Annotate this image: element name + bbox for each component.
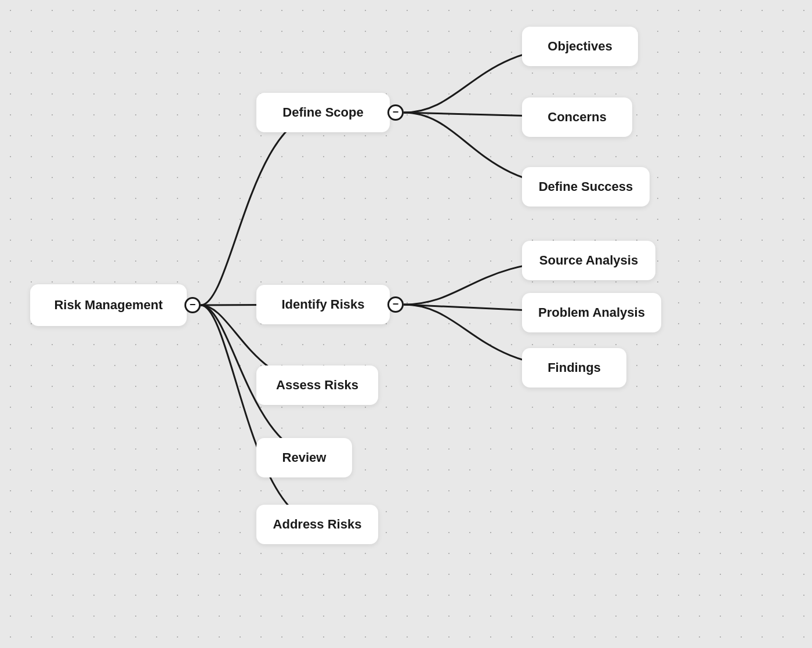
problem-analysis-node[interactable]: Problem Analysis xyxy=(522,293,661,332)
findings-label: Findings xyxy=(537,360,611,375)
define-success-label: Define Success xyxy=(528,179,644,194)
source-analysis-node[interactable]: Source Analysis xyxy=(522,241,655,280)
define-success-node[interactable]: Define Success xyxy=(522,167,650,207)
define-scope-label: Define Scope xyxy=(272,105,374,120)
objectives-label: Objectives xyxy=(537,39,622,54)
identify-risks-connector[interactable] xyxy=(387,296,404,313)
mind-map-canvas: Risk Management Define Scope Identify Ri… xyxy=(0,0,812,648)
review-label: Review xyxy=(272,450,337,465)
define-scope-connector[interactable] xyxy=(387,104,404,121)
identify-risks-node[interactable]: Identify Risks xyxy=(256,285,390,324)
risk-management-connector[interactable] xyxy=(184,297,201,313)
problem-analysis-label: Problem Analysis xyxy=(528,305,655,320)
address-risks-node[interactable]: Address Risks xyxy=(256,505,378,544)
review-node[interactable]: Review xyxy=(256,438,352,477)
assess-risks-node[interactable]: Assess Risks xyxy=(256,365,378,405)
objectives-node[interactable]: Objectives xyxy=(522,27,638,66)
identify-risks-label: Identify Risks xyxy=(271,297,375,312)
risk-management-node[interactable]: Risk Management xyxy=(30,284,187,326)
concerns-label: Concerns xyxy=(537,110,617,125)
risk-management-label: Risk Management xyxy=(44,298,173,313)
address-risks-label: Address Risks xyxy=(263,517,372,532)
assess-risks-label: Assess Risks xyxy=(266,378,369,393)
concerns-node[interactable]: Concerns xyxy=(522,97,632,137)
define-scope-node[interactable]: Define Scope xyxy=(256,93,390,132)
findings-node[interactable]: Findings xyxy=(522,348,626,388)
source-analysis-label: Source Analysis xyxy=(529,253,648,268)
